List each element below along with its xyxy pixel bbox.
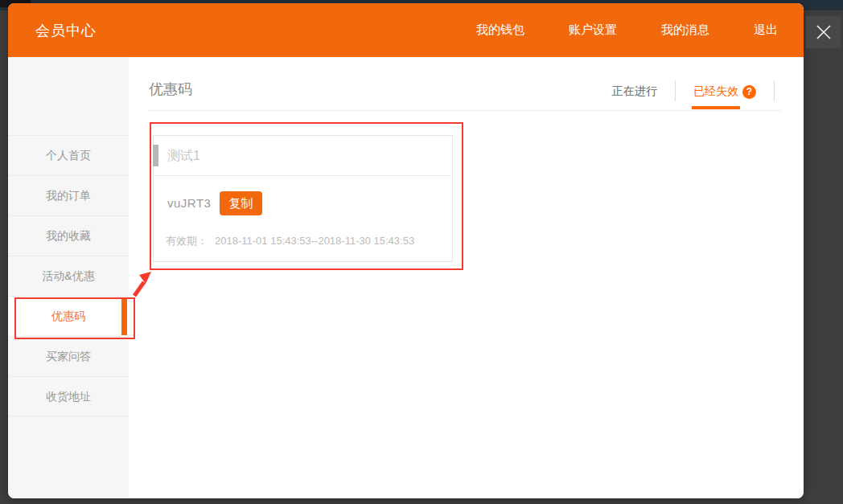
copy-button[interactable]: 复制 xyxy=(220,191,262,215)
sidebar-item[interactable]: 优惠码 xyxy=(8,296,129,336)
sidebar-item[interactable]: 我的收藏 xyxy=(8,215,129,256)
tab-bar: 正在进行 已经失效? xyxy=(594,80,775,101)
coupon-flag-bar xyxy=(153,145,158,166)
close-icon xyxy=(814,23,833,42)
sidebar: 个人首页 我的订单 我的收藏 活动&优惠 优惠码 买家问答 收货地址 xyxy=(8,57,129,498)
header-nav-item[interactable]: 我的钱包 xyxy=(476,23,524,38)
tab-label: 已经失效 xyxy=(693,84,738,97)
header-nav-item[interactable]: 退出 xyxy=(754,23,778,38)
validity-value: 2018-11-01 15:43:53--2018-11-30 15:43:53 xyxy=(215,235,414,247)
validity-label: 有效期： xyxy=(166,235,208,247)
coupon-validity: 有效期：2018-11-01 15:43:53--2018-11-30 15:4… xyxy=(166,234,414,248)
sidebar-item[interactable]: 活动&优惠 xyxy=(8,256,129,296)
close-button[interactable] xyxy=(806,16,841,48)
title-divider xyxy=(149,110,781,111)
header-nav-item[interactable]: 账户设置 xyxy=(569,23,617,38)
page-backdrop: 会员中心 我的钱包 账户设置 我的消息 退出 个人首页 我的订单 xyxy=(0,0,843,504)
sidebar-item[interactable]: 我的订单 xyxy=(8,175,129,215)
coupon-card: 测试1 vuJRT3 复制 有效期：2018-11-01 15:43:53--2… xyxy=(153,135,453,262)
help-icon[interactable]: ? xyxy=(742,85,756,99)
header-nav: 我的钱包 账户设置 我的消息 退出 xyxy=(476,23,778,38)
modal-title: 会员中心 xyxy=(35,21,97,40)
tab[interactable]: 正在进行 xyxy=(594,80,676,101)
sidebar-item[interactable]: 收货地址 xyxy=(8,376,129,416)
coupon-name: 测试1 xyxy=(167,136,200,176)
page-title: 优惠码 xyxy=(149,80,192,99)
modal-header: 会员中心 我的钱包 账户设置 我的消息 退出 xyxy=(8,3,804,57)
tab[interactable]: 已经失效? xyxy=(676,80,775,101)
member-center-modal: 会员中心 我的钱包 账户设置 我的消息 退出 个人首页 我的订单 xyxy=(8,3,804,498)
sidebar-item[interactable]: 买家问答 xyxy=(8,336,129,376)
coupon-card-body: vuJRT3 复制 有效期：2018-11-01 15:43:53--2018-… xyxy=(154,176,452,261)
sidebar-list: 个人首页 我的订单 我的收藏 活动&优惠 优惠码 买家问答 收货地址 xyxy=(8,135,129,416)
sidebar-item[interactable]: 个人首页 xyxy=(8,135,129,175)
header-nav-item[interactable]: 我的消息 xyxy=(661,23,709,38)
tab-label: 正在进行 xyxy=(612,84,657,97)
coupon-code: vuJRT3 xyxy=(167,191,211,215)
coupon-card-header: 测试1 xyxy=(154,136,452,176)
main-content: 优惠码 正在进行 已经失效? 测试1 xyxy=(129,57,804,498)
